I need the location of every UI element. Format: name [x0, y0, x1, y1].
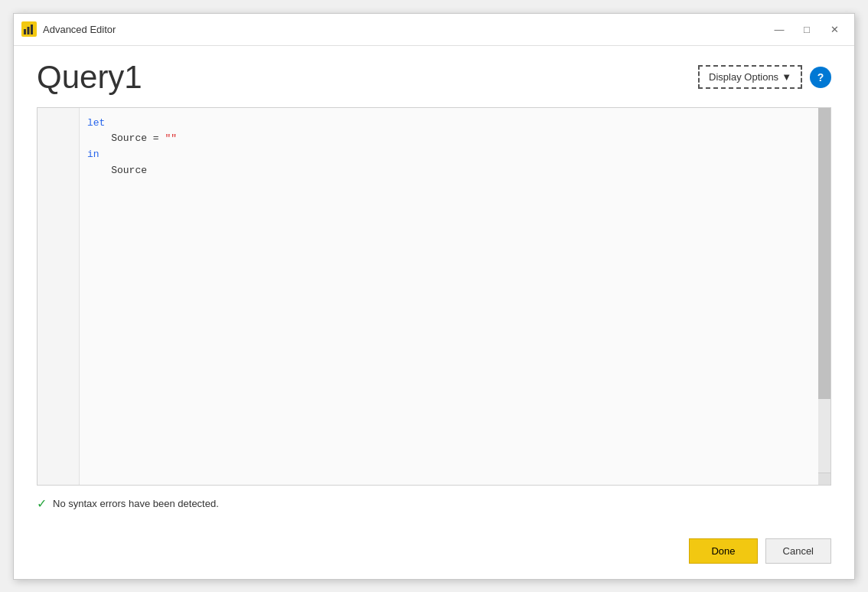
header-right: Display Options ▼ ?: [698, 65, 831, 89]
minimize-icon: —: [775, 24, 785, 35]
display-options-label: Display Options: [709, 71, 778, 83]
minimize-button[interactable]: —: [767, 20, 791, 38]
keyword-let: let: [87, 117, 105, 129]
close-icon: ✕: [830, 24, 839, 35]
check-icon: ✓: [37, 496, 47, 511]
scrollbar-track[interactable]: [818, 108, 830, 485]
advanced-editor-dialog: Advanced Editor — □ ✕ Query1 Display Opt…: [13, 13, 855, 580]
help-icon: ?: [817, 71, 824, 83]
editor-main[interactable]: let Source = "" in Source: [80, 108, 818, 485]
maximize-icon: □: [804, 24, 810, 35]
status-message: No syntax errors have been detected.: [53, 498, 219, 509]
scrollbar-thumb[interactable]: [818, 108, 830, 399]
svg-rect-1: [24, 29, 26, 34]
display-options-button[interactable]: Display Options ▼: [698, 65, 802, 89]
title-bar-left: Advanced Editor: [21, 21, 116, 37]
title-bar-controls: — □ ✕: [767, 20, 847, 38]
string-value: "": [165, 132, 177, 144]
status-bar: ✓ No syntax errors have been detected.: [37, 490, 831, 511]
cancel-button[interactable]: Cancel: [765, 538, 831, 564]
main-content: Query1 Display Options ▼ ? let Source = …: [14, 46, 854, 526]
app-icon: [21, 21, 37, 37]
editor-container: let Source = "" in Source: [37, 107, 831, 486]
done-button[interactable]: Done: [689, 538, 757, 564]
close-button[interactable]: ✕: [822, 20, 847, 38]
help-button[interactable]: ?: [810, 67, 831, 88]
dialog-title: Advanced Editor: [43, 24, 116, 35]
display-options-arrow: ▼: [782, 71, 791, 83]
svg-rect-2: [28, 27, 30, 34]
scrollbar-bottom-box: [818, 473, 830, 485]
keyword-in: in: [87, 149, 100, 160]
code-area[interactable]: let Source = "" in Source: [87, 116, 811, 179]
maximize-button[interactable]: □: [795, 20, 819, 38]
title-bar: Advanced Editor — □ ✕: [14, 14, 854, 46]
editor-gutter: [38, 108, 80, 485]
header-row: Query1 Display Options ▼ ?: [37, 61, 831, 93]
footer-row: Done Cancel: [14, 526, 854, 579]
query-title: Query1: [37, 61, 142, 93]
svg-rect-3: [31, 25, 33, 34]
